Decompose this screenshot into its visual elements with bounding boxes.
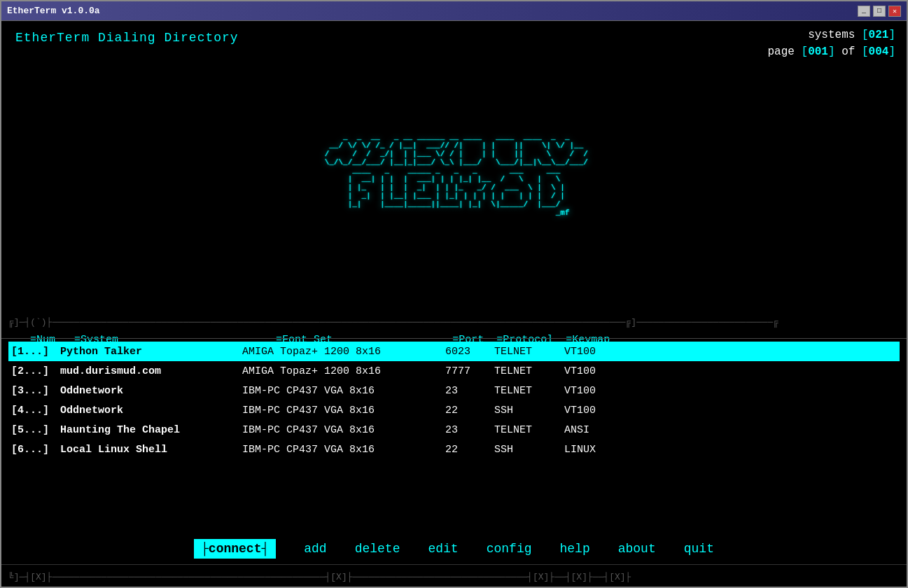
entry-name: Local Linux Shell — [60, 444, 242, 456]
entry-keymap: VT100 — [564, 385, 620, 397]
minimize-button[interactable]: _ — [858, 6, 870, 17]
menu-config[interactable]: config — [487, 542, 532, 556]
menu-quit[interactable]: quit — [684, 542, 714, 556]
entry-keymap: VT100 — [564, 346, 620, 358]
entry-font: IBM-PC CP437 VGA 8x16 — [242, 444, 445, 456]
entry-port: 22 — [445, 444, 494, 456]
menu-add[interactable]: add — [304, 542, 326, 556]
title-bar: EtherTerm v1.0.0a _ □ ✕ — [1, 1, 907, 21]
entry-protocol: TELNET — [494, 346, 564, 358]
entry-font: IBM-PC CP437 VGA 8x16 — [242, 405, 445, 416]
menu-edit[interactable]: edit — [428, 542, 458, 556]
main-window: EtherTerm v1.0.0a _ □ ✕ EtherTerm Dialin… — [0, 0, 908, 588]
entry-name: Oddnetwork — [60, 405, 242, 416]
entry-num: [1...] — [11, 346, 60, 358]
entry-name: Oddnetwork — [60, 385, 242, 397]
systems-label: systems — [808, 29, 855, 41]
entry-num: [5...] — [11, 424, 60, 436]
table-row[interactable]: [4...] Oddnetwork IBM-PC CP437 VGA 8x16 … — [8, 400, 900, 420]
table-row[interactable]: [3...] Oddnetwork IBM-PC CP437 VGA 8x16 … — [8, 381, 900, 400]
ascii-art: _ _ __ _ __ ______ __ ____ ____ ____ _ _… — [320, 133, 588, 218]
entry-font: AMIGA Topaz+ 1200 8x16 — [242, 346, 445, 358]
table-row[interactable]: [2...] mud.durismud.com AMIGA Topaz+ 120… — [8, 361, 900, 381]
maximize-button[interactable]: □ — [873, 6, 886, 17]
entry-num: [3...] — [11, 385, 60, 397]
entry-name: Haunting The Chapel — [60, 424, 242, 436]
table-row[interactable]: [5...] Haunting The Chapel IBM-PC CP437 … — [8, 420, 900, 440]
entry-name: mud.durismud.com — [60, 365, 242, 377]
entry-protocol: SSH — [494, 405, 564, 416]
entry-port: 7777 — [445, 365, 494, 377]
window-title: EtherTerm v1.0.0a — [7, 6, 100, 16]
entry-port: 23 — [445, 385, 494, 397]
menu-connect[interactable]: ├connect┤ — [194, 539, 276, 559]
entry-keymap: VT100 — [564, 405, 620, 416]
window-controls: _ □ ✕ — [858, 6, 901, 17]
bottom-menu: ├connect┤ add delete edit config help ab… — [1, 533, 907, 564]
menu-about[interactable]: about — [618, 542, 656, 556]
entry-port: 22 — [445, 405, 494, 416]
entry-font: IBM-PC CP437 VGA 8x16 — [242, 424, 445, 436]
app-title: EtherTerm Dialing Directory — [15, 31, 239, 45]
entry-font: AMIGA Topaz+ 1200 8x16 — [242, 365, 445, 377]
systems-info: systems [021] — [768, 27, 896, 43]
entry-protocol: TELNET — [494, 385, 564, 397]
separator-line — [1, 338, 907, 339]
bottom-deco: ╚]─┤[X]├────────────────────────────────… — [1, 564, 907, 588]
systems-count: 021 — [869, 29, 889, 41]
entry-protocol: TELNET — [494, 365, 564, 377]
entry-keymap: ANSI — [564, 424, 620, 436]
close-button[interactable]: ✕ — [888, 6, 901, 17]
table-row[interactable]: [1...] Python Talker AMIGA Topaz+ 1200 8… — [8, 342, 900, 361]
entry-protocol: TELNET — [494, 424, 564, 436]
entry-protocol: SSH — [494, 444, 564, 456]
entry-name: Python Talker — [60, 346, 242, 358]
entry-num: [2...] — [11, 365, 60, 377]
entry-port: 23 — [445, 424, 494, 436]
entry-port: 6023 — [445, 346, 494, 358]
entry-num: [6...] — [11, 444, 60, 456]
entry-list: [1...] Python Talker AMIGA Topaz+ 1200 8… — [1, 342, 907, 459]
entry-keymap: VT100 — [564, 365, 620, 377]
menu-delete[interactable]: delete — [355, 542, 400, 556]
menu-help[interactable]: help — [560, 542, 590, 556]
entry-num: [4...] — [11, 405, 60, 416]
main-content: EtherTerm Dialing Directory systems [021… — [1, 21, 907, 588]
table-row[interactable]: [6...] Local Linux Shell IBM-PC CP437 VG… — [8, 440, 900, 459]
entry-keymap: LINUX — [564, 444, 620, 456]
entry-font: IBM-PC CP437 VGA 8x16 — [242, 385, 445, 397]
ascii-art-area: _ _ __ _ __ ______ __ ____ ____ ____ _ _… — [1, 49, 907, 301]
